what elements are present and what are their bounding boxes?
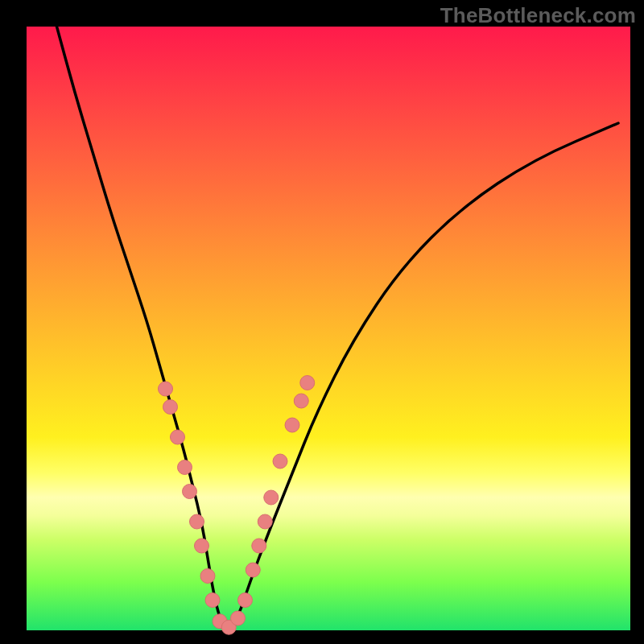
chart-dot bbox=[252, 539, 266, 553]
chart-dot bbox=[238, 593, 253, 608]
chart-dot bbox=[205, 593, 220, 608]
watermark-text: TheBottleneck.com bbox=[440, 3, 636, 28]
chart-frame: TheBottleneck.com bbox=[0, 0, 644, 644]
chart-dot bbox=[163, 400, 178, 415]
chart-dot bbox=[258, 514, 272, 529]
chart-dot bbox=[171, 430, 185, 444]
chart-dot bbox=[231, 611, 246, 625]
chart-dot bbox=[178, 460, 192, 475]
chart-dot bbox=[264, 490, 279, 505]
bottleneck-curve bbox=[57, 27, 619, 627]
chart-dot bbox=[183, 485, 197, 499]
chart-dot bbox=[159, 382, 173, 396]
chart-dots-group bbox=[159, 376, 315, 635]
chart-svg bbox=[27, 27, 630, 630]
chart-dot bbox=[200, 569, 215, 584]
chart-dot bbox=[246, 563, 260, 577]
chart-dot bbox=[195, 539, 209, 553]
chart-dot bbox=[300, 376, 315, 390]
chart-dot bbox=[190, 514, 204, 529]
chart-dot bbox=[273, 454, 287, 469]
chart-dot bbox=[285, 418, 299, 432]
chart-plot-area bbox=[27, 27, 630, 630]
chart-dot bbox=[294, 394, 308, 408]
